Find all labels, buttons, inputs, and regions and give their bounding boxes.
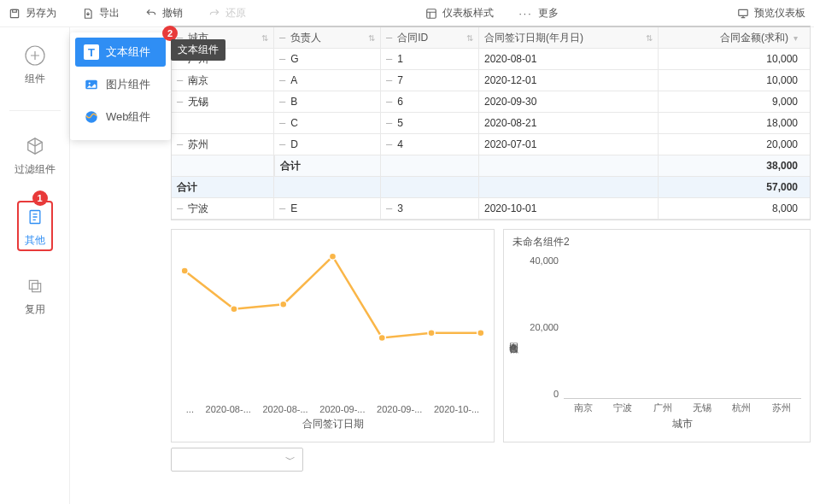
document-icon	[24, 206, 46, 228]
tick-label: 2020-09-...	[377, 404, 422, 414]
col-amount[interactable]: 合同金额(求和)	[720, 31, 788, 45]
more-label: 更多	[538, 6, 559, 21]
bar-chart-area	[564, 255, 801, 399]
plus-circle-icon	[24, 44, 46, 67]
preview-label: 预览仪表板	[754, 6, 805, 21]
col-owner[interactable]: 负责人	[290, 31, 321, 45]
undo-label: 撤销	[162, 6, 183, 21]
other-label: 其他	[25, 233, 45, 248]
subtotal-label: 合计	[280, 159, 301, 173]
more-button[interactable]: ··· 更多	[519, 6, 559, 21]
svg-point-16	[428, 330, 435, 337]
popup-web-component[interactable]: Web组件	[75, 103, 166, 132]
line-chart[interactable]: ...2020-08-...2020-08-...2020-09-...2020…	[171, 229, 495, 442]
svg-point-17	[477, 330, 484, 337]
subtotal-1: 38,000	[659, 155, 810, 176]
subtotal-2: 57,000	[659, 177, 810, 197]
data-table: –城市⇅ –负责人⇅ –合同ID⇅ 合同签订日期(年月日)⇅ 合同金额(求和)▾…	[171, 26, 811, 220]
table-total-row: 合计 57,000	[172, 177, 810, 198]
preview-button[interactable]: 预览仪表板	[737, 6, 805, 21]
tick-label: 无锡	[682, 401, 722, 414]
tick-label: 宁波	[603, 401, 642, 414]
globe-icon	[84, 109, 99, 125]
tick-label: 2020-08-...	[262, 404, 307, 414]
table-row: –广州–G–12020-08-0110,000	[172, 49, 810, 70]
export-label: 导出	[99, 6, 120, 21]
top-toolbar: 另存为 导出 撤销 还原 仪表板样式 ··· 更多 预览仪表板	[0, 0, 814, 27]
line-chart-canvas	[176, 238, 489, 375]
tick-label: 2020-10-...	[434, 404, 479, 414]
tick-label: ...	[186, 404, 194, 414]
main-content: –城市⇅ –负责人⇅ –合同ID⇅ 合同签订日期(年月日)⇅ 合同金额(求和)▾…	[171, 26, 811, 504]
badge-1: 1	[32, 190, 48, 206]
table-subtotal-row: 合计 38,000	[172, 155, 810, 177]
sidebar-item-filters[interactable]: 过滤组件	[15, 135, 56, 177]
popup-web-label: Web组件	[106, 109, 151, 125]
bar-chart-title: 未命名组件2	[504, 230, 810, 255]
svg-point-14	[329, 253, 336, 260]
save-icon	[9, 8, 20, 20]
svg-rect-0	[10, 9, 18, 17]
tooltip-text-component: 文本组件	[171, 39, 225, 61]
tick-label: 南京	[564, 401, 603, 414]
component-popup: 2 T 文本组件 图片组件 Web组件	[70, 32, 171, 140]
bar-chart[interactable]: 未命名组件2 合同金额 40,000 20,000 0 南京宁波广州无锡杭州苏州…	[503, 229, 811, 442]
undo-button[interactable]: 撤销	[145, 6, 183, 21]
bottom-dropdown[interactable]: ﹀	[171, 448, 303, 472]
bar-x-label: 城市	[555, 417, 810, 431]
divider	[9, 110, 61, 111]
image-icon	[84, 77, 99, 92]
sort-icon[interactable]: ⇅	[646, 33, 653, 43]
sort-icon[interactable]: ⇅	[466, 33, 473, 43]
reuse-label: 复用	[25, 302, 45, 317]
undo-icon	[145, 8, 157, 20]
svg-rect-3	[739, 9, 748, 15]
monitor-icon	[737, 8, 749, 20]
copy-icon	[24, 275, 46, 297]
sort-icon[interactable]: ⇅	[261, 33, 268, 43]
save-as-button[interactable]: 另存为	[9, 6, 56, 21]
tick-label: 广州	[643, 401, 682, 414]
text-icon: T	[84, 44, 99, 60]
popup-image-component[interactable]: 图片组件	[75, 70, 166, 99]
sidebar-item-other[interactable]: 其他	[24, 206, 46, 248]
tick-label: 2020-09-...	[319, 404, 365, 414]
sidebar-item-reuse[interactable]: 复用	[24, 275, 46, 317]
table-row: –宁波 –E –3 2020-10-01 8,000	[172, 198, 810, 220]
svg-point-11	[181, 267, 188, 274]
ellipsis-icon: ···	[519, 8, 533, 20]
col-id[interactable]: 合同ID	[397, 31, 428, 45]
svg-rect-2	[426, 9, 436, 18]
style-icon	[425, 8, 437, 20]
export-icon	[82, 8, 94, 20]
tick: 0	[553, 389, 559, 399]
left-sidebar: 组件 过滤组件 1 其他 复用	[0, 27, 70, 504]
total-label: 合计	[177, 180, 197, 195]
table-row: –南京–A–72020-12-0110,000	[172, 70, 810, 91]
tick: 40,000	[530, 255, 559, 266]
sort-icon[interactable]: ▾	[794, 33, 798, 43]
tick-label: 杭州	[722, 401, 761, 414]
sort-icon[interactable]: ⇅	[368, 33, 375, 43]
export-button[interactable]: 导出	[82, 6, 120, 21]
popup-text-component[interactable]: T 文本组件	[75, 38, 166, 67]
tick-label: 苏州	[762, 401, 801, 414]
charts-row: ...2020-08-...2020-08-...2020-09-...2020…	[171, 229, 811, 442]
tick: 20,000	[530, 322, 559, 332]
table-row: –苏州–D–42020-07-0120,000	[172, 134, 810, 155]
sidebar-item-components[interactable]: 组件	[24, 44, 46, 86]
line-x-axis: ...2020-08-...2020-08-...2020-09-...2020…	[180, 404, 485, 414]
svg-point-13	[280, 301, 287, 308]
svg-rect-1	[13, 9, 17, 12]
cube-icon	[24, 135, 46, 157]
filters-label: 过滤组件	[15, 162, 56, 177]
svg-point-12	[231, 306, 237, 313]
sidebar-item-other-selected: 其他	[17, 201, 53, 251]
col-date[interactable]: 合同签订日期(年月日)	[484, 31, 583, 45]
popup-text-label: 文本组件	[106, 44, 150, 60]
redo-button[interactable]: 还原	[208, 6, 246, 21]
svg-point-9	[89, 82, 91, 84]
save-as-label: 另存为	[26, 6, 56, 21]
dashboard-style-button[interactable]: 仪表板样式	[425, 6, 494, 21]
redo-label: 还原	[225, 6, 246, 21]
